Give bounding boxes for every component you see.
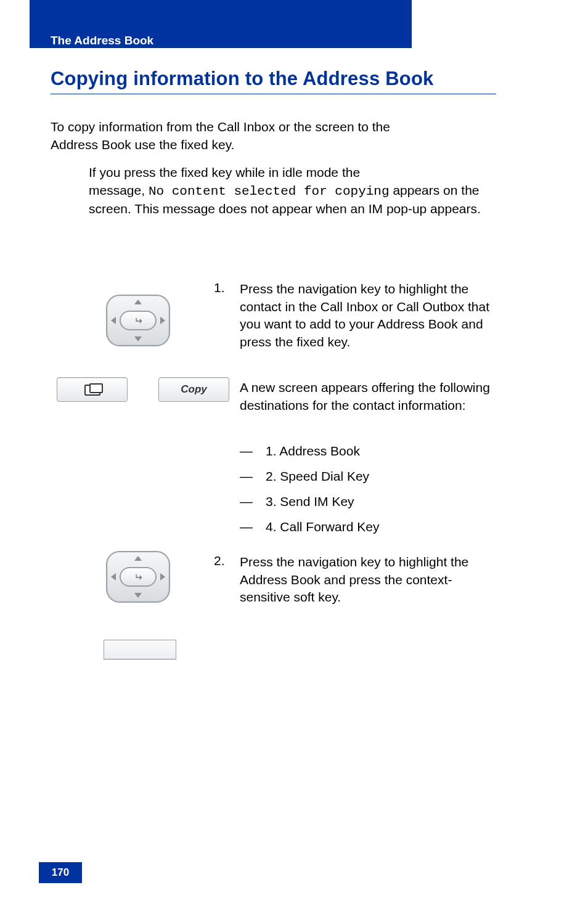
step1-c: fixed key. [296,335,350,349]
intro-text-3: Address Book use the [51,137,181,152]
list-item: — 3. Send IM Key [240,489,496,515]
running-header: The Address Book [51,34,153,47]
title-divider [51,94,496,94]
note-1a: If you press the [89,165,181,179]
note-3: screen. This message does not appear whe… [89,202,481,216]
list-dash: — [240,489,266,515]
step-1-body: Press the navigation key to highlight th… [240,280,496,351]
intro-text-4: fixed key. [181,137,234,152]
intro-text-1: To copy information from the Call Inbox … [51,120,316,134]
navigation-key-icon: ↵ [106,295,170,346]
intro-paragraph: To copy information from the Call Inbox … [51,118,494,153]
note-2a: message, [89,183,149,197]
page-number-value: 170 [52,866,69,879]
intro-text-2: screen to the [316,120,390,134]
copy-softkey-icon: Copy [158,377,229,402]
page-number: 170 [39,862,82,883]
step-2-number: 2. [214,553,225,568]
list-text: 4. Call Forward Key [266,515,379,540]
list-text: 1. Address Book [266,439,360,464]
destination-list: — 1. Address Book — 2. Speed Dial Key — … [240,439,496,540]
list-item: — 2. Speed Dial Key [240,464,496,489]
note-2b: appears on the [390,183,480,197]
list-dash: — [240,464,266,489]
list-dash: — [240,439,266,464]
folder-icon [84,383,100,396]
list-item: — 4. Call Forward Key [240,515,496,540]
note-mono: No content selected for copying [149,184,390,198]
enter-glyph-icon: ↵ [134,315,142,327]
note-paragraph: If you press the fixed key while in idle… [89,164,496,218]
navigation-key-icon: ↵ [106,551,170,603]
list-dash: — [240,515,266,540]
softkey-row: Copy [57,377,229,402]
copy-softkey-label: Copy [181,383,207,396]
list-text: 3. Send IM Key [266,489,354,515]
directory-softkey-icon [57,377,128,402]
step-2-body: Press the navigation key to highlight th… [240,553,496,606]
step1-a: Press the [240,282,298,296]
blank-softkey-icon [104,640,176,659]
enter-glyph-icon: ↵ [134,571,142,583]
note-1b: fixed key while in idle mode the [181,165,360,179]
list-item: — 1. Address Book [240,439,496,464]
page-title: Copying information to the Address Book [51,68,434,90]
page: The Address Book Copying information to … [0,0,588,909]
step2-a: Press the [240,555,298,569]
list-text: 2. Speed Dial Key [266,464,369,489]
step-1-follow-paragraph: A new screen appears offering the follow… [240,379,496,414]
step-1-number: 1. [214,280,225,295]
